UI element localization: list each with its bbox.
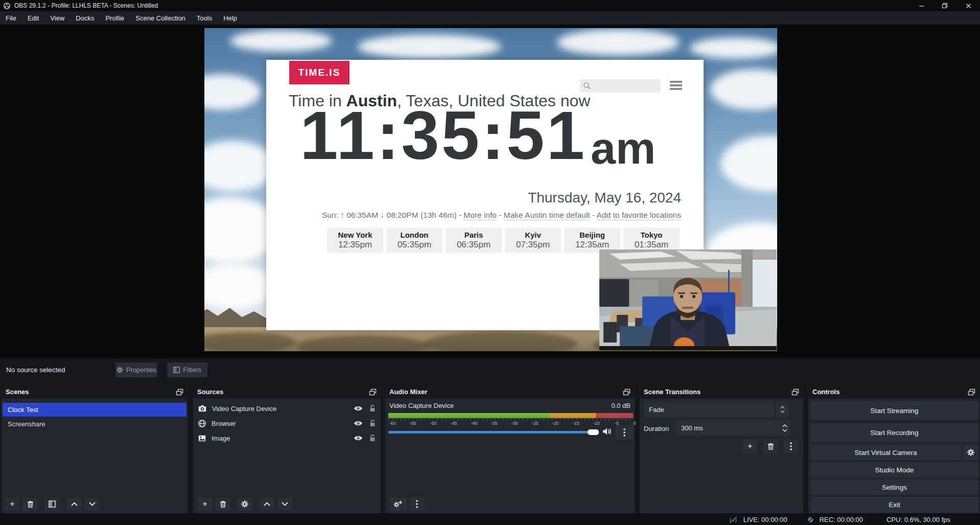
remove-source-button[interactable] — [215, 497, 230, 511]
cloud — [204, 141, 276, 192]
gear-icon — [967, 449, 974, 456]
scene-item-clock-test[interactable]: Clock Test — [3, 403, 186, 417]
duration-spinner[interactable]: 300 ms — [675, 420, 790, 436]
scene-item-screenshare[interactable]: Screenshare — [3, 417, 186, 431]
cpu-fps-status: CPU: 0.6%, 30.00 fps — [886, 516, 950, 523]
chevron-down-icon — [282, 502, 288, 506]
scene-up-button[interactable] — [66, 497, 82, 511]
add-source-button[interactable]: + — [197, 497, 213, 511]
add-favorite-link: Add to favorite locations — [597, 211, 681, 220]
scene-down-button[interactable] — [84, 497, 100, 511]
controls-header[interactable]: Controls — [808, 385, 979, 399]
menu-edit[interactable]: Edit — [22, 11, 44, 25]
scene-filters-button[interactable] — [44, 497, 60, 511]
titlebar: OBS 29.1.2 - Profile: LLHLS BETA - Scene… — [0, 0, 980, 11]
spin-down-icon[interactable] — [782, 429, 787, 432]
close-icon — [966, 3, 971, 9]
lock-icon[interactable] — [369, 420, 376, 427]
transition-properties-button[interactable] — [783, 439, 799, 453]
mixer-db-value: 0.0 dB — [611, 402, 631, 409]
gear-icon — [116, 367, 123, 373]
spin-up-icon[interactable] — [782, 424, 787, 427]
dock-icon[interactable] — [176, 389, 183, 396]
menu-docks[interactable]: Docks — [70, 11, 100, 25]
search-icon — [583, 82, 591, 90]
timeis-date: Thursday, May 16, 2024 — [528, 190, 681, 206]
dock-icon[interactable] — [623, 389, 631, 396]
advanced-audio-button[interactable] — [389, 497, 407, 511]
eye-icon[interactable] — [354, 405, 363, 412]
add-transition-button[interactable]: + — [742, 439, 758, 453]
filters-button[interactable]: Filters — [167, 362, 207, 377]
eye-icon[interactable] — [354, 435, 363, 441]
hamburger-icon — [670, 81, 682, 92]
transition-select[interactable]: Fade — [644, 402, 789, 417]
timeis-search-box — [580, 79, 661, 93]
audio-mixer-header[interactable]: Audio Mixer — [385, 385, 635, 399]
source-up-button[interactable] — [259, 497, 274, 511]
cloud — [690, 37, 777, 59]
controls-panel: Controls Start Streaming Start Recording… — [808, 384, 980, 514]
chevron-down-icon — [89, 502, 96, 506]
source-row-browser[interactable]: Browser — [193, 417, 381, 430]
studio-mode-button[interactable]: Studio Mode — [810, 462, 978, 477]
transitions-header[interactable]: Scene Transitions — [640, 385, 803, 399]
source-row-video-capture[interactable]: Video Capture Device — [193, 402, 381, 415]
properties-button[interactable]: Properties — [115, 362, 157, 377]
sources-title: Sources — [197, 388, 223, 396]
kebab-menu-icon — [416, 500, 418, 508]
settings-button[interactable]: Settings — [810, 480, 978, 495]
controls-title: Controls — [812, 388, 839, 396]
city-box: London05:35pm — [386, 227, 442, 253]
eye-icon[interactable] — [354, 420, 363, 426]
timeis-sun-line: Sun: ↑ 06:35AM ↓ 08:20PM (13h 46m) - Mor… — [322, 211, 681, 220]
minimize-button[interactable] — [909, 0, 933, 11]
add-scene-button[interactable]: + — [5, 497, 20, 511]
preview-canvas[interactable]: TIME.IS Time in Austin, Texas, United St… — [204, 28, 777, 351]
remove-transition-button[interactable] — [763, 439, 778, 453]
remove-scene-button[interactable] — [22, 497, 38, 511]
city-box: New York12:35pm — [327, 227, 383, 253]
virtual-camera-config-button[interactable] — [963, 445, 978, 460]
cloud — [710, 69, 777, 110]
source-down-button[interactable] — [277, 497, 292, 511]
lock-icon[interactable] — [369, 405, 376, 412]
lock-icon[interactable] — [369, 435, 376, 442]
volume-slider[interactable] — [388, 431, 589, 433]
restore-button[interactable] — [933, 0, 956, 11]
cloud — [204, 74, 261, 110]
webcam-overlay[interactable] — [599, 249, 777, 350]
filters-icon — [173, 367, 180, 373]
start-recording-button[interactable]: Start Recording — [810, 423, 978, 442]
mixer-row-menu-button[interactable] — [615, 425, 634, 440]
dock-icon[interactable] — [791, 389, 799, 396]
menu-profile[interactable]: Profile — [100, 11, 130, 25]
audio-mixer-panel: Audio Mixer Video Capture Device 0.0 dB … — [385, 384, 635, 514]
speaker-icon[interactable] — [602, 427, 612, 436]
source-properties-button[interactable] — [237, 497, 252, 511]
volume-slider-handle[interactable] — [588, 429, 599, 435]
close-button[interactable] — [956, 0, 980, 11]
exit-button[interactable]: Exit — [810, 497, 978, 512]
statusbar: LIVE: 00:00:00 REC: 00:00:00 CPU: 0.6%, … — [0, 514, 980, 525]
window-title: OBS 29.1.2 - Profile: LLHLS BETA - Scene… — [14, 2, 158, 9]
start-virtual-camera-button[interactable]: Start Virtual Camera — [810, 445, 961, 460]
source-row-image[interactable]: Image — [193, 431, 381, 445]
menu-view[interactable]: View — [44, 11, 70, 25]
sources-panel: Sources Video Capture Device Browser — [193, 384, 381, 514]
clock-time: 11:35:51 — [300, 109, 587, 163]
menu-file[interactable]: File — [0, 11, 22, 25]
scenes-panel-header[interactable]: Scenes — [2, 385, 188, 399]
cloud — [358, 34, 501, 59]
transitions-title: Scene Transitions — [644, 388, 701, 396]
menu-tools[interactable]: Tools — [191, 11, 218, 25]
chevron-up-icon — [71, 502, 78, 506]
dock-icon[interactable] — [369, 389, 377, 396]
camera-icon — [198, 405, 206, 412]
start-streaming-button[interactable]: Start Streaming — [810, 401, 978, 420]
menu-scene-collection[interactable]: Scene Collection — [130, 11, 191, 25]
menu-help[interactable]: Help — [218, 11, 243, 25]
sources-panel-header[interactable]: Sources — [193, 385, 381, 399]
dock-icon[interactable] — [968, 389, 975, 396]
mixer-menu-button[interactable] — [409, 497, 425, 511]
